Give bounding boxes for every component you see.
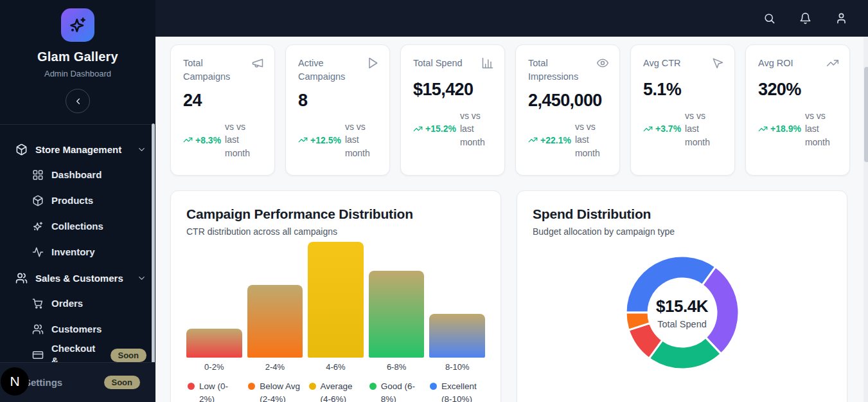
trending-up-icon [298,135,308,145]
trending-up-icon [826,57,839,69]
sidebar-item-settings[interactable]: Settings [24,377,62,388]
legend-item-below-avg-2-4: Below Avg (2-4%) [248,380,302,402]
sidebar-item-label: Products [51,195,93,207]
dev-indicator-badge[interactable]: N [1,367,29,396]
package-icon [15,143,28,156]
brand-block: Glam Gallery Admin Dashboard [0,0,155,113]
legend-label: Average (4-6%) [321,380,363,402]
stat-card-avg-roi: Avg ROI 320% +18.9% vs vs last month [745,44,850,176]
stat-card-total-spend: Total Spend $15,420 +15.2% vs vs last mo… [400,44,505,176]
donut-chart-plot: $15.4K Total Spend [618,248,747,377]
sidebar-item-products[interactable]: Products [32,188,146,214]
main-scrollbar-track[interactable] [864,37,868,402]
stat-card-header: Active Campaigns [298,57,379,83]
topbar-bell-button[interactable] [794,8,816,30]
legend-label: Good (6-8%) [381,380,423,402]
legend-label: Excellent (8-10%) [441,380,484,402]
sidebar-item-label: Orders [51,298,83,310]
stat-trend-suffix: vs vs last month [575,120,606,160]
stat-trend: +15.2% vs vs last month [413,109,494,149]
sidebar-section-sales-customers[interactable]: Sales & Customers [15,265,146,291]
stats-row: Total Campaigns 24 +8.3% vs vs last mont… [170,44,850,176]
stat-icon-wrap [596,57,609,83]
trending-up-icon [643,124,653,134]
trending-up-icon [758,124,768,134]
chevron-down-icon [137,273,146,283]
soon-badge: Soon [111,349,147,362]
stat-label: Active Campaigns [298,57,359,83]
bar-column-2-4 [247,285,303,358]
legend-dot [248,383,255,390]
stat-card-header: Total Spend [413,57,494,72]
bar[interactable] [429,314,485,358]
stat-trend: +18.9% vs vs last month [758,109,839,149]
topbar-search-button[interactable] [758,8,780,30]
x-tick-label: 2-4% [247,362,303,372]
stat-label: Total Campaigns [183,57,244,83]
legend-dot [369,383,376,390]
stat-trend: +22.1% vs vs last month [528,120,609,160]
content: Total Campaigns 24 +8.3% vs vs last mont… [155,37,868,402]
stat-trend-change: +15.2% [413,123,456,134]
sidebar-item-collections[interactable]: Collections [32,214,146,239]
legend-dot [309,383,316,390]
stat-trend-suffix: vs vs last month [685,109,716,149]
trending-up-icon [528,135,538,145]
main-scrollbar-thumb[interactable] [864,67,868,162]
legend-label: Low (0-2%) [199,380,242,402]
sidebar-nav: Store Management Dashboard Products Coll… [0,124,155,368]
charts-row: Campaign Performance Distribution CTR di… [170,190,850,402]
stat-card-header: Total Impressions [528,57,609,83]
bar[interactable] [369,271,425,358]
eye-icon [596,57,609,69]
x-tick-label: 0-2% [186,362,242,372]
legend-item-excellent-8-10: Excellent (8-10%) [430,380,484,402]
stat-icon-wrap [366,57,379,83]
sidebar-item-inventory[interactable]: Inventory [32,239,146,265]
legend-dot [430,383,437,390]
stat-trend-change: +3.7% [643,123,681,134]
donut-segments [618,248,747,377]
sidebar-item-customers[interactable]: Customers [32,316,146,342]
stat-card-header: Total Campaigns [183,57,264,83]
sidebar-collapse-button[interactable] [66,89,90,113]
stat-label: Total Spend [413,57,463,72]
sidebar-item-label: Inventory [51,246,95,259]
stat-value: 320% [758,80,839,100]
stat-trend: +3.7% vs vs last month [643,109,724,149]
stat-trend-suffix: vs vs last month [805,109,836,149]
stat-value: 24 [183,91,264,111]
sidebar-scrollbar-thumb[interactable] [152,123,155,364]
sidebar-section-store-management[interactable]: Store Management [15,136,146,162]
chevron-down-icon [137,145,146,154]
stat-icon-wrap [251,57,264,83]
chevron-left-icon [73,96,83,106]
bar-chart-plot [186,242,485,358]
stat-card-active-campaigns: Active Campaigns 8 +12.5% vs vs last mon… [285,44,390,176]
activity-icon [32,246,44,258]
sidebar-item-orders[interactable]: Orders [32,291,146,316]
sidebar-item-dashboard[interactable]: Dashboard [32,162,146,188]
bar[interactable] [247,285,303,358]
stat-trend-change: +12.5% [298,135,341,145]
legend-label: Below Avg (2-4%) [260,380,302,402]
stat-trend-change: +22.1% [528,135,571,145]
stat-label: Avg CTR [643,57,681,72]
bar[interactable] [186,329,242,358]
stat-trend-change: +8.3% [183,135,221,145]
app-root: Glam Gallery Admin Dashboard Store Manag… [0,0,868,402]
credit-card-icon [32,349,44,361]
sidebar-section-label: Store Management [35,144,129,155]
bar-column-0-2 [186,329,242,358]
soon-badge: Soon [104,376,141,389]
bar-chart-title: Campaign Performance Distribution [186,206,485,222]
topbar-user-button[interactable] [830,8,852,30]
stat-card-total-impressions: Total Impressions 2,450,000 +22.1% vs vs… [515,44,620,176]
bar[interactable] [308,242,364,358]
bar-chart-card: Campaign Performance Distribution CTR di… [170,190,501,402]
grid-icon [32,169,44,181]
play-icon [366,57,379,69]
users-icon [32,324,44,335]
stat-value: $15,420 [413,80,494,100]
sidebar: Glam Gallery Admin Dashboard Store Manag… [0,0,155,402]
